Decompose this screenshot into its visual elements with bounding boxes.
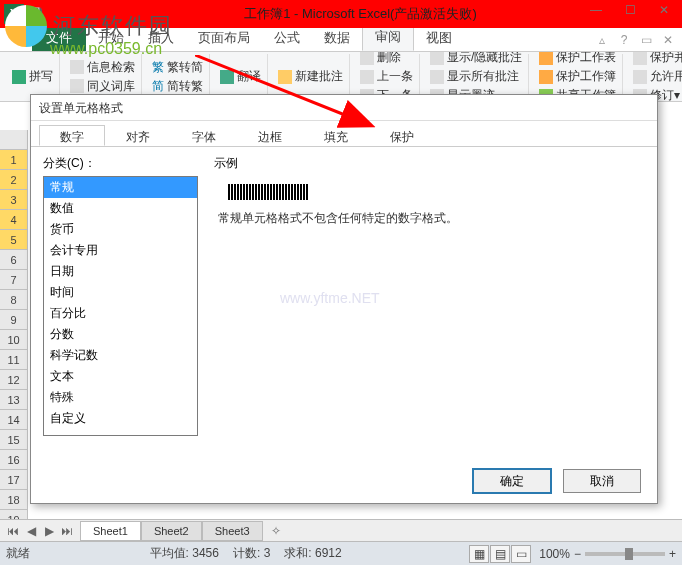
- row-header: 6: [0, 250, 27, 270]
- view-normal-icon[interactable]: ▦: [469, 545, 489, 563]
- t2s-button[interactable]: 简简转繁: [152, 78, 203, 95]
- dialog-tab-number[interactable]: 数字: [39, 125, 105, 146]
- view-layout-icon[interactable]: ▤: [490, 545, 510, 563]
- zoom-slider[interactable]: [585, 552, 665, 556]
- category-item[interactable]: 数值: [44, 198, 197, 219]
- category-item[interactable]: 日期: [44, 261, 197, 282]
- sheet-tabs-bar: ⏮ ◀ ▶ ⏭ Sheet1 Sheet2 Sheet3 ✧: [0, 519, 682, 541]
- row-header: 16: [0, 450, 27, 470]
- row-header: 13: [0, 390, 27, 410]
- sheet-tab[interactable]: Sheet2: [141, 521, 202, 541]
- showhide-comment-button[interactable]: 显示/隐藏批注: [430, 52, 522, 66]
- help-icons: ▵ ? ▭ ✕: [594, 32, 676, 48]
- research-button[interactable]: 信息检索: [70, 59, 135, 76]
- category-item[interactable]: 会计专用: [44, 240, 197, 261]
- row-header: 5: [0, 230, 27, 250]
- row-header: 17: [0, 470, 27, 490]
- dialog-tab-alignment[interactable]: 对齐: [105, 125, 171, 146]
- dialog-tab-fill[interactable]: 填充: [303, 125, 369, 146]
- category-item[interactable]: 货币: [44, 219, 197, 240]
- new-comment-button[interactable]: 新建批注: [278, 68, 343, 85]
- thesaurus-button[interactable]: 同义词库: [70, 78, 135, 95]
- spellcheck-button[interactable]: 拼写: [12, 68, 53, 85]
- row-header: 7: [0, 270, 27, 290]
- sheet-tab[interactable]: Sheet1: [80, 521, 141, 541]
- category-list[interactable]: 常规 数值 货币 会计专用 日期 时间 百分比 分数 科学记数 文本 特殊 自定…: [43, 176, 198, 436]
- row-header: 9: [0, 310, 27, 330]
- close-workbook-icon[interactable]: ✕: [660, 32, 676, 48]
- translate-button[interactable]: 翻译: [220, 68, 261, 85]
- status-bar: 就绪 平均值: 3456 计数: 3 求和: 6912 ▦ ▤ ▭ 100% −…: [0, 541, 682, 565]
- view-pagebreak-icon[interactable]: ▭: [511, 545, 531, 563]
- row-header: 18: [0, 490, 27, 510]
- watermark-url: www.pc0359.cn: [50, 40, 162, 58]
- prev-comment-button[interactable]: 上一条: [360, 68, 413, 85]
- row-header: 14: [0, 410, 27, 430]
- dialog-tab-protection[interactable]: 保护: [369, 125, 435, 146]
- protect-workbook-button[interactable]: 保护工作簿: [539, 68, 616, 85]
- dialog-tab-font[interactable]: 字体: [171, 125, 237, 146]
- category-item[interactable]: 分数: [44, 324, 197, 345]
- row-header: 15: [0, 430, 27, 450]
- example-preview: [228, 184, 308, 200]
- row-header: 3: [0, 190, 27, 210]
- row-headers[interactable]: 12345 678910111213141516171819: [0, 130, 28, 541]
- status-avg: 平均值: 3456: [150, 545, 219, 562]
- category-item[interactable]: 科学记数: [44, 345, 197, 366]
- watermark-center: www.yftme.NET: [280, 290, 380, 306]
- sheet-nav-next-icon[interactable]: ▶: [40, 524, 58, 538]
- restore-window-icon[interactable]: ▭: [638, 32, 654, 48]
- minimize-button[interactable]: —: [580, 0, 612, 21]
- category-item[interactable]: 时间: [44, 282, 197, 303]
- category-item[interactable]: 常规: [44, 177, 197, 198]
- s2t-button[interactable]: 繁繁转简: [152, 59, 203, 76]
- row-header: 2: [0, 170, 27, 190]
- row-header: 8: [0, 290, 27, 310]
- allow-edit-ranges-button[interactable]: 允许用户编辑区域: [633, 68, 682, 85]
- close-button[interactable]: ✕: [648, 0, 680, 21]
- zoom-level[interactable]: 100%: [539, 547, 570, 561]
- status-sum: 求和: 6912: [284, 545, 341, 562]
- watermark-icon: [5, 5, 47, 47]
- category-item[interactable]: 特殊: [44, 387, 197, 408]
- delete-comment-button[interactable]: 删除: [360, 52, 413, 66]
- new-sheet-icon[interactable]: ✧: [263, 521, 289, 541]
- category-item[interactable]: 文本: [44, 366, 197, 387]
- category-item[interactable]: 自定义: [44, 408, 197, 429]
- dialog-tab-border[interactable]: 边框: [237, 125, 303, 146]
- cancel-button[interactable]: 取消: [563, 469, 641, 493]
- dialog-title: 设置单元格格式: [31, 95, 657, 121]
- ok-button[interactable]: 确定: [473, 469, 551, 493]
- sheet-nav-first-icon[interactable]: ⏮: [4, 524, 22, 538]
- maximize-button[interactable]: ☐: [614, 0, 646, 21]
- row-header: 1: [0, 150, 27, 170]
- row-header: 12: [0, 370, 27, 390]
- protect-sheet-button[interactable]: 保护工作表: [539, 52, 616, 66]
- status-ready: 就绪: [6, 545, 30, 562]
- row-header: 10: [0, 330, 27, 350]
- minimize-ribbon-icon[interactable]: ▵: [594, 32, 610, 48]
- category-item[interactable]: 百分比: [44, 303, 197, 324]
- showall-comments-button[interactable]: 显示所有批注: [430, 68, 522, 85]
- ribbon-tab-view[interactable]: 视图: [414, 25, 464, 51]
- row-header: 11: [0, 350, 27, 370]
- sheet-nav-prev-icon[interactable]: ◀: [22, 524, 40, 538]
- ribbon-tab-data[interactable]: 数据: [312, 25, 362, 51]
- help-icon[interactable]: ?: [616, 32, 632, 48]
- status-count: 计数: 3: [233, 545, 270, 562]
- sheet-tab[interactable]: Sheet3: [202, 521, 263, 541]
- example-desc: 常规单元格格式不包含任何特定的数字格式。: [218, 210, 641, 227]
- example-label: 示例: [214, 155, 645, 172]
- sheet-nav-last-icon[interactable]: ⏭: [58, 524, 76, 538]
- category-label: 分类(C)：: [43, 155, 198, 172]
- watermark-site: 河东软件园: [53, 11, 173, 41]
- zoom-in-icon[interactable]: +: [669, 547, 676, 561]
- row-header: 4: [0, 210, 27, 230]
- ribbon-tab-layout[interactable]: 页面布局: [186, 25, 262, 51]
- protect-share-button[interactable]: 保护并共享工作簿: [633, 52, 682, 66]
- ribbon-tab-formula[interactable]: 公式: [262, 25, 312, 51]
- dialog-tabs: 数字 对齐 字体 边框 填充 保护: [31, 121, 657, 147]
- zoom-out-icon[interactable]: −: [574, 547, 581, 561]
